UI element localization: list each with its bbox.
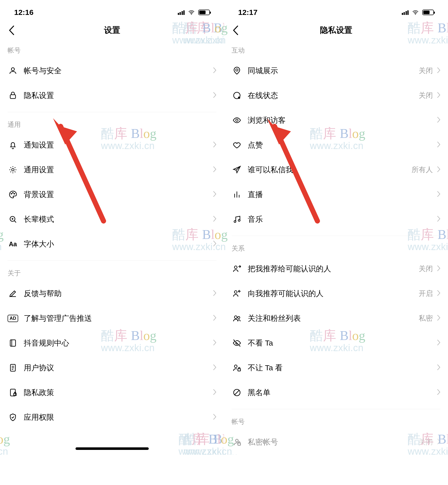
row-private-account[interactable]: 私密帐号 关闭	[224, 430, 448, 454]
bell-icon	[8, 140, 18, 150]
section-label-interaction: 互动	[224, 41, 448, 58]
row-privacy-policy[interactable]: 隐私政策	[0, 380, 224, 405]
row-label: 点赞	[248, 140, 437, 150]
row-privacy-settings[interactable]: 隐私设置	[0, 83, 224, 108]
row-label: 浏览和访客	[248, 115, 437, 126]
back-button[interactable]	[6, 24, 18, 36]
page-title: 隐私设置	[320, 25, 352, 36]
row-value: 关闭	[419, 66, 433, 76]
row-label: 音乐	[248, 214, 437, 225]
row-font-size[interactable]: Aa 字体大小	[0, 232, 224, 256]
private-icon	[232, 437, 242, 447]
row-dont-let-see[interactable]: 不让 Ta 看	[224, 355, 448, 380]
row-user-agreement[interactable]: 用户协议	[0, 355, 224, 380]
row-label: 黑名单	[248, 387, 437, 398]
document-icon	[8, 362, 18, 373]
row-music[interactable]: 音乐	[224, 207, 448, 232]
ad-icon: AD	[8, 313, 18, 324]
row-manage-ads[interactable]: AD 了解与管理广告推送	[0, 306, 224, 331]
palette-icon	[8, 189, 18, 200]
bars-icon	[232, 189, 242, 200]
chevron-right-icon	[213, 340, 216, 347]
pencil-icon	[8, 288, 18, 299]
row-general-settings[interactable]: 通用设置	[0, 157, 224, 182]
row-label: 背景设置	[24, 189, 213, 200]
chevron-right-icon	[437, 92, 440, 99]
row-elder-mode[interactable]: 长辈模式	[0, 207, 224, 232]
signal-icon	[402, 10, 409, 15]
battery-icon	[422, 10, 434, 15]
battery-icon	[198, 10, 210, 15]
row-label: 用户协议	[24, 363, 213, 373]
row-label: 直播	[248, 189, 437, 200]
ban-icon	[232, 387, 242, 398]
chevron-right-icon	[437, 315, 440, 322]
row-browse-visitors[interactable]: 浏览和访客	[224, 108, 448, 133]
row-label: 反馈与帮助	[24, 288, 213, 299]
page-header: 设置	[0, 19, 224, 41]
row-likes[interactable]: 点赞	[224, 133, 448, 157]
row-dont-see[interactable]: 不看 Ta	[224, 331, 448, 355]
row-app-permissions[interactable]: 应用权限	[0, 405, 224, 430]
chevron-right-icon	[437, 141, 440, 149]
row-background-settings[interactable]: 背景设置	[0, 182, 224, 207]
chevron-right-icon	[437, 364, 440, 371]
chevron-right-icon	[213, 141, 216, 149]
row-label: 隐私设置	[24, 90, 213, 101]
section-label-about: 关于	[0, 261, 224, 281]
row-notification-settings[interactable]: 通知设置	[0, 133, 224, 157]
chevron-right-icon	[437, 439, 440, 446]
row-recommend-to-me[interactable]: 向我推荐可能认识的人 开启	[224, 281, 448, 306]
row-rules-center[interactable]: 抖音规则中心	[0, 331, 224, 355]
document-lock-icon	[8, 387, 18, 398]
row-followers-list[interactable]: 关注和粉丝列表 私密	[224, 306, 448, 331]
chevron-right-icon	[213, 414, 216, 421]
section-label-account2: 帐号	[224, 409, 448, 430]
row-live[interactable]: 直播	[224, 182, 448, 207]
row-blacklist[interactable]: 黑名单	[224, 380, 448, 405]
row-label: 同城展示	[248, 66, 419, 76]
row-label: 把我推荐给可能认识的人	[248, 264, 419, 274]
gear-icon	[8, 164, 18, 175]
magnify-icon	[8, 214, 18, 225]
row-label: 在线状态	[248, 90, 419, 101]
back-button[interactable]	[230, 24, 242, 36]
row-label: 长辈模式	[24, 214, 213, 225]
row-feedback-help[interactable]: 反馈与帮助	[0, 281, 224, 306]
chevron-right-icon	[213, 92, 216, 99]
chevron-right-icon	[213, 191, 216, 198]
row-label: 通用设置	[24, 165, 213, 175]
row-online-status[interactable]: 在线状态 关闭	[224, 83, 448, 108]
row-label: 不让 Ta 看	[248, 363, 437, 373]
status-bar: 12:16	[0, 0, 224, 19]
row-label: 谁可以私信我	[248, 165, 412, 175]
section-label-relation: 关系	[224, 236, 448, 256]
shield-icon	[8, 412, 18, 423]
row-recommend-me[interactable]: 把我推荐给可能认识的人 关闭	[224, 256, 448, 281]
signal-icon	[178, 10, 185, 15]
user-icon	[8, 65, 18, 76]
row-same-city[interactable]: 同城展示 关闭	[224, 58, 448, 83]
row-account-security[interactable]: 帐号与安全	[0, 58, 224, 83]
row-label: 抖音规则中心	[24, 338, 213, 348]
row-value: 关闭	[419, 437, 433, 447]
chevron-right-icon	[213, 364, 216, 371]
row-label: 关注和粉丝列表	[248, 313, 419, 324]
pin-icon	[232, 65, 242, 76]
people-icon	[232, 313, 242, 324]
row-label: 私密帐号	[248, 437, 419, 447]
row-value: 开启	[419, 289, 433, 298]
status-icon	[232, 90, 242, 101]
recommend-out-icon	[232, 263, 242, 274]
chevron-right-icon	[213, 389, 216, 396]
book-icon	[8, 338, 18, 348]
status-time: 12:16	[14, 8, 34, 17]
heart-icon	[232, 140, 242, 150]
section-label-general: 通用	[0, 112, 224, 133]
row-who-can-dm[interactable]: 谁可以私信我 所有人	[224, 157, 448, 182]
eye-icon	[232, 115, 242, 126]
chevron-right-icon	[213, 166, 216, 173]
music-icon	[232, 214, 242, 225]
chevron-right-icon	[437, 340, 440, 347]
row-label: 向我推荐可能认识的人	[248, 288, 419, 299]
